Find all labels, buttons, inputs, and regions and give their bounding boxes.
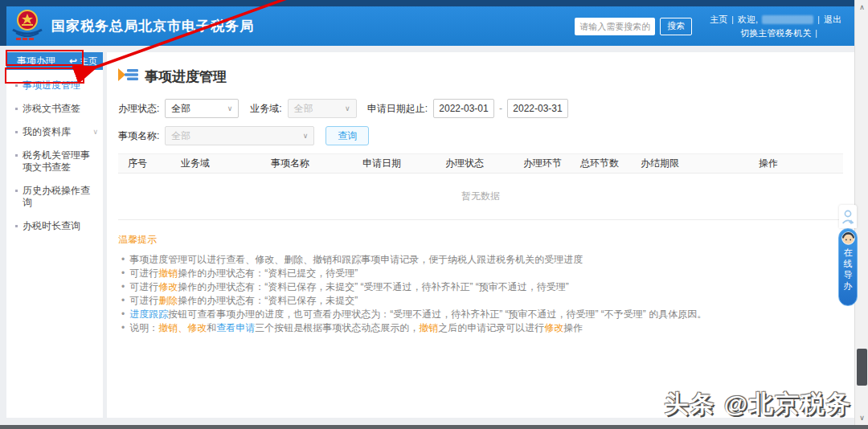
tips-list: •事项进度管理可以进行查看、修改、删除、撤销和跟踪事项申请记录，便于纳税人跟进税… bbox=[118, 253, 843, 335]
table-header-cell: 办结期限 bbox=[626, 157, 694, 170]
tip-line: •说明：撤销、修改和查看申请三个按钮是根据事项状态动态展示的，撤销之后的申请记录… bbox=[118, 321, 843, 335]
tip-text: 进度跟踪按钮可查看事项办理的进度，也可查看办理状态为：“受理不通过，待补齐补正”… bbox=[129, 308, 706, 321]
status-label: 办理状态: bbox=[118, 102, 159, 116]
sidebar-item-label: 税务机关管理事项文书查签 bbox=[23, 149, 98, 174]
tip-highlight: 删除 bbox=[158, 295, 178, 306]
divider: | bbox=[817, 13, 820, 27]
chevron-down-icon: ∨ bbox=[227, 104, 233, 112]
tip-highlight: 撤销、修改 bbox=[158, 322, 207, 333]
page-title: 事项进度管理 bbox=[145, 67, 227, 86]
watermark-text: 头条 @北京税务 bbox=[664, 388, 852, 421]
sidebar-item[interactable]: 事项进度管理 bbox=[6, 74, 103, 97]
table-header-cell: 事项名称 bbox=[234, 157, 346, 170]
table-header-cell: 业务域 bbox=[157, 157, 234, 170]
site-header: 国家税务总局北京市电子税务局 搜索 主页 | 欢迎, | 退出 切换主管税务机关… bbox=[6, 6, 854, 46]
filter-row-1: 办理状态: 全部 ∨ 业务域: 全部 ∨ 申请日期起止: 2022-03-01 … bbox=[118, 99, 843, 118]
bullet-icon: • bbox=[121, 253, 125, 267]
user-block: 主页 | 欢迎, | 退出 切换主管税务机关 | bbox=[710, 13, 841, 40]
page-title-row: 事项进度管理 bbox=[118, 67, 843, 86]
welcome-label: 欢迎, bbox=[738, 13, 758, 27]
domain-select[interactable]: 全部 ∨ bbox=[288, 99, 357, 118]
sidebar-home-label: 主页 bbox=[80, 55, 97, 67]
sidebar-item[interactable]: 我的资料库∨ bbox=[6, 121, 103, 144]
username-redacted bbox=[762, 15, 813, 24]
bullet-icon: • bbox=[121, 294, 125, 308]
item-name-select[interactable]: 全部 ∨ bbox=[165, 126, 314, 145]
left-edge bbox=[0, 0, 6, 46]
sidebar-menu: 事项进度管理涉税文书查签我的资料库∨税务机关管理事项文书查签历史办税操作查询办税… bbox=[6, 70, 103, 238]
sidebar-item-label: 涉税文书查签 bbox=[23, 103, 80, 115]
date-from-input[interactable]: 2022-03-01 bbox=[433, 99, 494, 118]
list-icon bbox=[118, 67, 139, 86]
table-header-cell: 办理状态 bbox=[417, 157, 512, 170]
chevron-down-icon: ∨ bbox=[345, 104, 350, 112]
results-table: 序号业务域事项名称申请日期办理状态办理环节总环节数办结期限操作 暂无数据 bbox=[118, 153, 843, 220]
site-title: 国家税务总局北京市电子税务局 bbox=[51, 17, 254, 35]
tip-highlight: 修改 bbox=[544, 322, 563, 333]
sidebar-item[interactable]: 办税时长查询 bbox=[6, 214, 103, 238]
switch-authority-link[interactable]: 切换主管税务机关 bbox=[740, 27, 811, 40]
tips-title: 温馨提示 bbox=[118, 233, 843, 247]
main-panel: 事项进度管理 办理状态: 全部 ∨ 业务域: 全部 ∨ 申请日期起止: 2022… bbox=[107, 52, 854, 418]
tip-line: •可进行撤销操作的办理状态有：“资料已提交，待受理” bbox=[118, 267, 843, 280]
tip-highlight: 撤销 bbox=[419, 322, 438, 333]
table-header-cell: 序号 bbox=[118, 157, 157, 170]
bullet-icon: • bbox=[121, 267, 125, 280]
table-empty-state: 暂无数据 bbox=[118, 174, 843, 220]
tip-link: 查看申请 bbox=[216, 322, 255, 333]
date-to-input[interactable]: 2022-03-31 bbox=[507, 99, 568, 118]
table-header-cell: 申请日期 bbox=[346, 157, 417, 170]
sidebar-header-label: 事项办理 bbox=[17, 55, 55, 68]
sidebar-header: 事项办理 ↩ 主页 bbox=[6, 52, 103, 70]
tip-line: •可进行删除操作的办理状态有：“资料已保存，未提交” bbox=[118, 294, 843, 308]
tip-link: 进度跟踪 bbox=[129, 308, 168, 320]
tip-text: 可进行删除操作的办理状态有：“资料已保存，未提交” bbox=[129, 294, 358, 308]
sidebar-item[interactable]: 历史办税操作查询 bbox=[6, 179, 103, 214]
home-link[interactable]: 主页 bbox=[710, 13, 727, 27]
domain-label: 业务域: bbox=[250, 102, 281, 116]
tip-text: 说明：撤销、修改和查看申请三个按钮是根据事项状态动态展示的，撤销之后的申请记录可… bbox=[129, 321, 583, 335]
sidebar-home-link[interactable]: ↩ 主页 bbox=[69, 55, 97, 67]
tip-text: 事项进度管理可以进行查看、修改、删除、撤销和跟踪事项申请记录，便于纳税人跟进税务… bbox=[129, 253, 583, 267]
divider: | bbox=[731, 13, 734, 27]
chevron-down-icon: ∨ bbox=[90, 126, 98, 138]
person-gear-icon bbox=[841, 208, 854, 226]
bullet-icon bbox=[15, 225, 18, 227]
status-select[interactable]: 全部 ∨ bbox=[165, 99, 239, 118]
profile-widget-button[interactable] bbox=[839, 205, 857, 228]
assistant-avatar-icon bbox=[841, 231, 855, 245]
filter-row-2: 事项名称: 全部 ∨ 查询 bbox=[118, 126, 843, 145]
divider: | bbox=[815, 27, 817, 40]
sidebar: 事项办理 ↩ 主页 事项进度管理涉税文书查签我的资料库∨税务机关管理事项文书查签… bbox=[6, 52, 103, 418]
sidebar-item[interactable]: 涉税文书查签 bbox=[6, 97, 103, 121]
bullet-icon bbox=[15, 84, 18, 87]
tip-text: 可进行修改操作的办理状态有：“资料已保存，未提交” “受理不通过，待补齐补正” … bbox=[129, 280, 569, 294]
online-guide-button[interactable]: 在线导办 bbox=[838, 228, 858, 306]
item-name-label: 事项名称: bbox=[118, 129, 159, 143]
sidebar-item-label: 办税时长查询 bbox=[23, 220, 80, 232]
tip-line: •进度跟踪按钮可查看事项办理的进度，也可查看办理状态为：“受理不通过，待补齐补正… bbox=[118, 308, 843, 321]
window-bottom-edge bbox=[0, 425, 868, 429]
date-separator: - bbox=[499, 103, 502, 114]
date-range-label: 申请日期起止: bbox=[367, 102, 428, 116]
query-button[interactable]: 查询 bbox=[326, 126, 369, 145]
sidebar-item[interactable]: 税务机关管理事项文书查签 bbox=[6, 144, 103, 179]
bullet-icon: • bbox=[121, 308, 125, 321]
scrollbar-thumb[interactable] bbox=[857, 349, 867, 386]
tip-line: •事项进度管理可以进行查看、修改、删除、撤销和跟踪事项申请记录，便于纳税人跟进税… bbox=[118, 253, 843, 267]
electronic-tax-bureau-page: 国家税务总局北京市电子税务局 搜索 主页 | 欢迎, | 退出 切换主管税务机关… bbox=[0, 0, 868, 429]
table-header-cell: 总环节数 bbox=[573, 157, 626, 170]
search-button[interactable]: 搜索 bbox=[660, 18, 692, 35]
search-input[interactable] bbox=[575, 18, 655, 35]
scroll-down-icon[interactable]: ∨ bbox=[855, 411, 868, 424]
sidebar-item-label: 历史办税操作查询 bbox=[23, 185, 98, 209]
bullet-icon bbox=[15, 108, 18, 110]
sidebar-item-label: 我的资料库 bbox=[23, 126, 71, 138]
tip-highlight: 撤销 bbox=[158, 268, 178, 279]
logout-link[interactable]: 退出 bbox=[824, 13, 841, 27]
table-header-row: 序号业务域事项名称申请日期办理状态办理环节总环节数办结期限操作 bbox=[118, 154, 843, 174]
table-header-cell: 操作 bbox=[694, 157, 843, 170]
scroll-up-icon[interactable]: ∧ bbox=[855, 1, 868, 14]
tip-line: •可进行修改操作的办理状态有：“资料已保存，未提交” “受理不通过，待补齐补正”… bbox=[118, 280, 843, 294]
bullet-icon bbox=[15, 190, 18, 192]
